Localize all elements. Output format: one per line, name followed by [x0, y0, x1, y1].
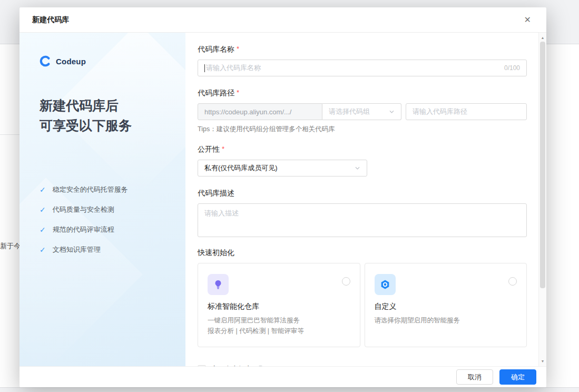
- card-desc-line1: 请选择你期望启用的智能服务: [375, 315, 517, 326]
- confirm-button[interactable]: 确定: [499, 369, 536, 385]
- visibility-value: 私有(仅代码库成员可见): [204, 163, 278, 173]
- repo-path-placeholder: 请输入代码库路径: [413, 107, 467, 116]
- scroll-up-icon[interactable]: ▲: [539, 34, 546, 41]
- required-asterisk: *: [237, 89, 239, 97]
- card-title: 标准智能化仓库: [208, 302, 350, 311]
- radio-custom[interactable]: [508, 277, 517, 286]
- bulb-icon: [208, 274, 229, 295]
- list-item: ✓ 文档知识库管理: [40, 245, 171, 254]
- quick-init-label: 快速初始化: [198, 248, 234, 258]
- list-item: ✓ 代码质量与安全检测: [40, 205, 171, 214]
- repo-path-input[interactable]: 请输入代码库路径: [406, 103, 527, 120]
- check-icon: ✓: [40, 246, 46, 254]
- path-tips: Tips：建议使用代码组分组管理多个相关代码库: [198, 125, 527, 134]
- required-asterisk: *: [237, 45, 239, 53]
- quick-init-group: 快速初始化 标准智能化仓库 一键启用阿里巴巴智能算法服务: [198, 248, 527, 347]
- codeup-logo-icon: [40, 55, 51, 67]
- init-card-custom[interactable]: 自定义 请选择你期望启用的智能服务: [365, 263, 527, 347]
- vertical-scrollbar[interactable]: ▲ ▼: [538, 32, 546, 366]
- scrollbar-thumb[interactable]: [540, 42, 545, 288]
- field-label: 公开性 *: [198, 145, 527, 154]
- brand-name: Codeup: [56, 57, 86, 66]
- chevron-down-icon: [355, 165, 360, 171]
- promo-heading-line1: 新建代码库后: [40, 95, 171, 115]
- card-desc-line1: 一键启用阿里巴巴智能算法服务: [208, 315, 350, 326]
- required-asterisk: *: [222, 145, 224, 153]
- dialog-header: 新建代码库 ✕: [19, 7, 546, 32]
- repo-path-label: 代码库路径: [198, 89, 234, 98]
- dialog-footer: 取消 确定: [19, 366, 546, 387]
- init-option-cards: 标准智能化仓库 一键启用阿里巴巴智能算法服务 报表分析 | 代码检测 | 智能评…: [198, 263, 527, 347]
- close-icon[interactable]: ✕: [522, 14, 534, 26]
- background-bottom-bar: [0, 387, 579, 392]
- description-label: 代码库描述: [198, 189, 234, 198]
- init-card-standard[interactable]: 标准智能化仓库 一键启用阿里巴巴智能算法服务 报表分析 | 代码检测 | 智能评…: [198, 263, 360, 347]
- promo-heading: 新建代码库后 可享受以下服务: [40, 95, 171, 135]
- char-counter: 0/100: [504, 64, 520, 72]
- gear-icon: [375, 274, 396, 295]
- description-textarea[interactable]: 请输入描述: [198, 203, 527, 237]
- field-label: 代码库描述: [198, 189, 527, 198]
- background-clipped-text: 新于今: [0, 241, 21, 251]
- dialog-title: 新建代码库: [32, 15, 69, 25]
- card-desc-line2: 报表分析 | 代码检测 | 智能评审等: [208, 326, 350, 336]
- promo-heading-line2: 可享受以下服务: [40, 115, 171, 135]
- promo-panel: Codeup 新建代码库后 可享受以下服务 ✓ 稳定安全的代码托管服务 ✓ 代码…: [19, 32, 185, 366]
- check-icon: ✓: [40, 205, 46, 214]
- repo-path-group: 代码库路径 * https://codeup.aliyun.com/.../ 请…: [198, 89, 527, 134]
- cancel-button[interactable]: 取消: [456, 369, 493, 385]
- benefit-label: 代码质量与安全检测: [53, 205, 114, 214]
- visibility-group: 公开性 * 私有(仅代码库成员可见): [198, 145, 527, 177]
- field-label: 代码库路径 *: [198, 89, 527, 98]
- repo-name-input[interactable]: 请输入代码库名称 0/100: [198, 60, 527, 76]
- base-url-field: https://codeup.aliyun.com/.../: [198, 103, 322, 120]
- field-label: 代码库名称 *: [198, 45, 527, 54]
- repo-path-row: https://codeup.aliyun.com/.../ 请选择代码组 请输…: [198, 103, 527, 120]
- dialog-body: Codeup 新建代码库后 可享受以下服务 ✓ 稳定安全的代码托管服务 ✓ 代码…: [19, 32, 546, 366]
- chevron-down-icon: [389, 109, 395, 115]
- card-top: [208, 274, 350, 295]
- scroll-down-icon[interactable]: ▼: [539, 357, 546, 365]
- code-group-select[interactable]: 请选择代码组: [322, 103, 401, 120]
- description-group: 代码库描述 请输入描述: [198, 189, 527, 237]
- repo-form: 代码库名称 * 请输入代码库名称 0/100 代码库路径 * https://c…: [185, 32, 546, 366]
- background-divider: [0, 134, 19, 135]
- card-description: 一键启用阿里巴巴智能算法服务 报表分析 | 代码检测 | 智能评审等: [208, 315, 350, 336]
- radio-standard[interactable]: [342, 277, 350, 286]
- list-item: ✓ 规范的代码评审流程: [40, 225, 171, 234]
- visibility-label: 公开性: [198, 145, 220, 154]
- list-item: ✓ 稳定安全的代码托管服务: [40, 185, 171, 194]
- benefit-list: ✓ 稳定安全的代码托管服务 ✓ 代码质量与安全检测 ✓ 规范的代码评审流程 ✓ …: [40, 185, 171, 254]
- card-description: 请选择你期望启用的智能服务: [375, 315, 517, 326]
- code-group-placeholder: 请选择代码组: [329, 107, 370, 116]
- codeup-brand: Codeup: [40, 55, 171, 67]
- text-caret: [204, 64, 205, 72]
- repo-name-label: 代码库名称: [198, 45, 234, 54]
- benefit-label: 稳定安全的代码托管服务: [53, 185, 128, 194]
- repo-name-group: 代码库名称 * 请输入代码库名称 0/100: [198, 45, 527, 76]
- new-repo-dialog: 新建代码库 ✕ Codeup 新建代码库后 可享受以下服务 ✓ 稳定安全的代码托…: [19, 7, 546, 387]
- field-label: 快速初始化: [198, 248, 527, 258]
- repo-name-placeholder: 请输入代码库名称: [206, 63, 261, 73]
- check-icon: ✓: [40, 226, 46, 234]
- benefit-label: 文档知识库管理: [53, 245, 101, 254]
- benefit-label: 规范的代码评审流程: [53, 225, 114, 234]
- visibility-select[interactable]: 私有(仅代码库成员可见): [198, 160, 367, 177]
- base-url-value: https://codeup.aliyun.com/.../: [204, 108, 291, 116]
- check-icon: ✓: [40, 185, 46, 194]
- card-title: 自定义: [375, 302, 517, 311]
- description-placeholder: 请输入描述: [204, 209, 239, 218]
- card-top: [375, 274, 517, 295]
